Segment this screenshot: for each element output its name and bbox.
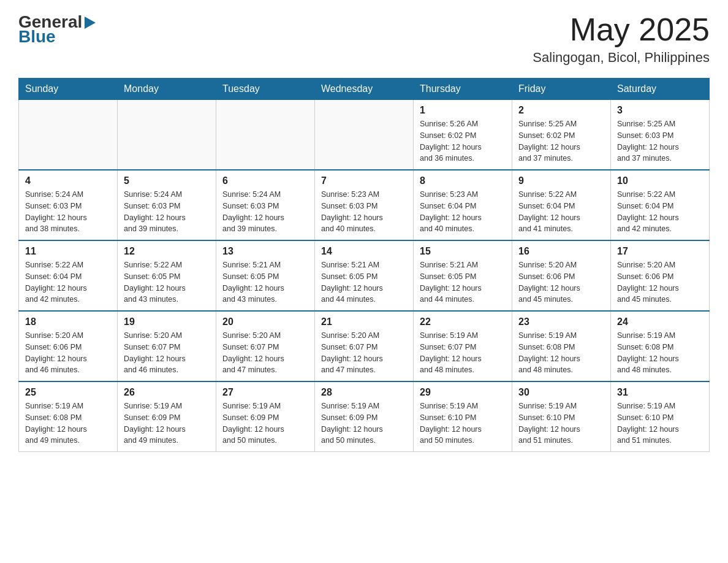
calendar-week-row: 25Sunrise: 5:19 AM Sunset: 6:08 PM Dayli… (19, 381, 710, 452)
calendar-cell: 6Sunrise: 5:24 AM Sunset: 6:03 PM Daylig… (216, 170, 315, 240)
weekday-header-thursday: Thursday (414, 79, 512, 100)
calendar-cell (118, 100, 216, 170)
day-info: Sunrise: 5:20 AM Sunset: 6:06 PM Dayligh… (617, 259, 703, 305)
calendar-cell: 20Sunrise: 5:20 AM Sunset: 6:07 PM Dayli… (216, 311, 315, 381)
calendar-cell: 24Sunrise: 5:19 AM Sunset: 6:08 PM Dayli… (611, 311, 710, 381)
calendar-cell: 26Sunrise: 5:19 AM Sunset: 6:09 PM Dayli… (118, 381, 216, 452)
day-number: 1 (420, 105, 506, 116)
calendar-cell: 8Sunrise: 5:23 AM Sunset: 6:04 PM Daylig… (414, 170, 512, 240)
day-number: 14 (321, 246, 407, 257)
calendar-cell: 21Sunrise: 5:20 AM Sunset: 6:07 PM Dayli… (315, 311, 414, 381)
day-info: Sunrise: 5:19 AM Sunset: 6:08 PM Dayligh… (25, 400, 111, 446)
day-info: Sunrise: 5:24 AM Sunset: 6:03 PM Dayligh… (222, 189, 308, 235)
weekday-header-monday: Monday (118, 79, 216, 100)
day-info: Sunrise: 5:22 AM Sunset: 6:05 PM Dayligh… (124, 259, 210, 305)
day-number: 26 (124, 387, 210, 398)
day-info: Sunrise: 5:22 AM Sunset: 6:04 PM Dayligh… (617, 189, 703, 235)
day-info: Sunrise: 5:19 AM Sunset: 6:09 PM Dayligh… (222, 400, 308, 446)
day-number: 4 (25, 175, 111, 186)
calendar-cell: 1Sunrise: 5:26 AM Sunset: 6:02 PM Daylig… (414, 100, 512, 170)
logo-arrow-icon (85, 17, 96, 29)
day-number: 5 (124, 175, 210, 186)
calendar-cell: 14Sunrise: 5:21 AM Sunset: 6:05 PM Dayli… (315, 240, 414, 311)
calendar-cell: 10Sunrise: 5:22 AM Sunset: 6:04 PM Dayli… (611, 170, 710, 240)
day-number: 12 (124, 246, 210, 257)
calendar-cell: 13Sunrise: 5:21 AM Sunset: 6:05 PM Dayli… (216, 240, 315, 311)
calendar-cell: 3Sunrise: 5:25 AM Sunset: 6:03 PM Daylig… (611, 100, 710, 170)
logo-blue-text: Blue (18, 27, 56, 47)
day-number: 11 (25, 246, 111, 257)
day-info: Sunrise: 5:22 AM Sunset: 6:04 PM Dayligh… (518, 189, 604, 235)
day-info: Sunrise: 5:19 AM Sunset: 6:08 PM Dayligh… (518, 330, 604, 376)
calendar-header-row: SundayMondayTuesdayWednesdayThursdayFrid… (19, 79, 710, 100)
day-info: Sunrise: 5:19 AM Sunset: 6:08 PM Dayligh… (617, 330, 703, 376)
day-info: Sunrise: 5:20 AM Sunset: 6:06 PM Dayligh… (25, 330, 111, 376)
calendar-week-row: 18Sunrise: 5:20 AM Sunset: 6:06 PM Dayli… (19, 311, 710, 381)
day-number: 7 (321, 175, 407, 186)
calendar-week-row: 11Sunrise: 5:22 AM Sunset: 6:04 PM Dayli… (19, 240, 710, 311)
day-info: Sunrise: 5:19 AM Sunset: 6:09 PM Dayligh… (321, 400, 407, 446)
day-info: Sunrise: 5:24 AM Sunset: 6:03 PM Dayligh… (124, 189, 210, 235)
calendar-week-row: 4Sunrise: 5:24 AM Sunset: 6:03 PM Daylig… (19, 170, 710, 240)
svg-marker-0 (85, 17, 96, 29)
day-number: 24 (617, 316, 703, 327)
weekday-header-wednesday: Wednesday (315, 79, 414, 100)
day-info: Sunrise: 5:21 AM Sunset: 6:05 PM Dayligh… (420, 259, 506, 305)
day-info: Sunrise: 5:23 AM Sunset: 6:03 PM Dayligh… (321, 189, 407, 235)
day-info: Sunrise: 5:21 AM Sunset: 6:05 PM Dayligh… (222, 259, 308, 305)
calendar-cell: 7Sunrise: 5:23 AM Sunset: 6:03 PM Daylig… (315, 170, 414, 240)
weekday-header-saturday: Saturday (611, 79, 710, 100)
day-number: 19 (124, 316, 210, 327)
day-info: Sunrise: 5:20 AM Sunset: 6:07 PM Dayligh… (222, 330, 308, 376)
calendar-cell: 25Sunrise: 5:19 AM Sunset: 6:08 PM Dayli… (19, 381, 118, 452)
calendar-table: SundayMondayTuesdayWednesdayThursdayFrid… (18, 78, 710, 452)
day-number: 15 (420, 246, 506, 257)
day-number: 8 (420, 175, 506, 186)
day-number: 2 (518, 105, 604, 116)
day-number: 31 (617, 387, 703, 398)
day-number: 16 (518, 246, 604, 257)
day-number: 18 (25, 316, 111, 327)
day-info: Sunrise: 5:19 AM Sunset: 6:10 PM Dayligh… (420, 400, 506, 446)
day-number: 6 (222, 175, 308, 186)
day-number: 29 (420, 387, 506, 398)
day-info: Sunrise: 5:25 AM Sunset: 6:02 PM Dayligh… (518, 118, 604, 164)
day-info: Sunrise: 5:19 AM Sunset: 6:07 PM Dayligh… (420, 330, 506, 376)
day-info: Sunrise: 5:19 AM Sunset: 6:09 PM Dayligh… (124, 400, 210, 446)
day-info: Sunrise: 5:21 AM Sunset: 6:05 PM Dayligh… (321, 259, 407, 305)
day-number: 17 (617, 246, 703, 257)
calendar-cell: 4Sunrise: 5:24 AM Sunset: 6:03 PM Daylig… (19, 170, 118, 240)
day-info: Sunrise: 5:25 AM Sunset: 6:03 PM Dayligh… (617, 118, 703, 164)
calendar-cell: 29Sunrise: 5:19 AM Sunset: 6:10 PM Dayli… (414, 381, 512, 452)
calendar-cell: 5Sunrise: 5:24 AM Sunset: 6:03 PM Daylig… (118, 170, 216, 240)
calendar-cell: 11Sunrise: 5:22 AM Sunset: 6:04 PM Dayli… (19, 240, 118, 311)
day-info: Sunrise: 5:24 AM Sunset: 6:03 PM Dayligh… (25, 189, 111, 235)
day-number: 13 (222, 246, 308, 257)
day-info: Sunrise: 5:20 AM Sunset: 6:06 PM Dayligh… (518, 259, 604, 305)
calendar-week-row: 1Sunrise: 5:26 AM Sunset: 6:02 PM Daylig… (19, 100, 710, 170)
day-number: 3 (617, 105, 703, 116)
calendar-cell: 19Sunrise: 5:20 AM Sunset: 6:07 PM Dayli… (118, 311, 216, 381)
calendar-cell: 18Sunrise: 5:20 AM Sunset: 6:06 PM Dayli… (19, 311, 118, 381)
weekday-header-friday: Friday (512, 79, 611, 100)
calendar-cell: 12Sunrise: 5:22 AM Sunset: 6:05 PM Dayli… (118, 240, 216, 311)
calendar-cell: 23Sunrise: 5:19 AM Sunset: 6:08 PM Dayli… (512, 311, 611, 381)
calendar-cell: 15Sunrise: 5:21 AM Sunset: 6:05 PM Dayli… (414, 240, 512, 311)
day-number: 27 (222, 387, 308, 398)
day-number: 20 (222, 316, 308, 327)
day-info: Sunrise: 5:20 AM Sunset: 6:07 PM Dayligh… (124, 330, 210, 376)
day-number: 28 (321, 387, 407, 398)
calendar-cell (19, 100, 118, 170)
day-info: Sunrise: 5:19 AM Sunset: 6:10 PM Dayligh… (617, 400, 703, 446)
calendar-cell: 28Sunrise: 5:19 AM Sunset: 6:09 PM Dayli… (315, 381, 414, 452)
day-info: Sunrise: 5:23 AM Sunset: 6:04 PM Dayligh… (420, 189, 506, 235)
calendar-cell: 27Sunrise: 5:19 AM Sunset: 6:09 PM Dayli… (216, 381, 315, 452)
day-info: Sunrise: 5:19 AM Sunset: 6:10 PM Dayligh… (518, 400, 604, 446)
calendar-cell: 22Sunrise: 5:19 AM Sunset: 6:07 PM Dayli… (414, 311, 512, 381)
weekday-header-tuesday: Tuesday (216, 79, 315, 100)
title-block: May 2025 Salingogan, Bicol, Philippines (533, 12, 710, 66)
calendar-cell: 2Sunrise: 5:25 AM Sunset: 6:02 PM Daylig… (512, 100, 611, 170)
logo: General Blue (18, 12, 96, 47)
calendar-cell (315, 100, 414, 170)
calendar-cell: 16Sunrise: 5:20 AM Sunset: 6:06 PM Dayli… (512, 240, 611, 311)
